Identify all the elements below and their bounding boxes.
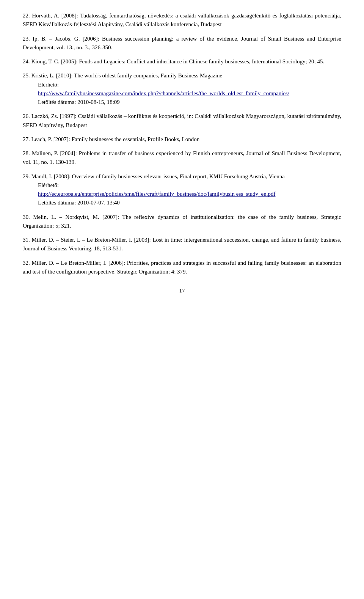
list-item: 27. Leach, P. [2007]: Family businesses … <box>23 135 341 144</box>
list-item: 25. Kristie, L. [2010]: The world's olde… <box>23 71 341 107</box>
ref-text: . <box>28 36 33 42</box>
ref-text: 27 <box>23 136 28 142</box>
ref-text: 25 <box>23 72 28 79</box>
page-container: 22. Horváth, A. [2008]: Tudatosság, fenn… <box>0 0 364 599</box>
ref-text: Kristie, L. [2010]: The world's oldest f… <box>31 72 223 79</box>
ref-link[interactable]: http://ec.europa.eu/enterprise/policies/… <box>38 191 276 197</box>
ref-text: . <box>28 173 31 179</box>
list-item: 28. Malinen, P. [2004]: Problems in tran… <box>23 149 341 167</box>
list-item: 26. Laczkó, Zs. [1997]: Családi vállalko… <box>23 112 341 130</box>
ref-text: 23 <box>23 36 28 42</box>
ref-text: . <box>28 113 31 119</box>
ref-text: . <box>28 214 33 220</box>
ref-text: 22 <box>23 13 28 19</box>
ref-text: . <box>28 13 32 19</box>
list-item: 22. Horváth, A. [2008]: Tudatosság, fenn… <box>23 11 341 29</box>
ref-text: 29 <box>23 173 28 179</box>
ref-text: Melin, L. – Nordqvist, M. [2007]: The re… <box>23 214 341 229</box>
list-item: 31. Miller, D. – Steier, L – Le Breton-M… <box>23 236 341 253</box>
ref-text: 31 <box>23 237 28 243</box>
list-item: 24. Kiong, T. C. [2005]: Feuds and Legac… <box>23 57 341 66</box>
list-item: 23. Ip, B. – Jacobs, G. [2006]: Business… <box>23 35 341 52</box>
ref-text: Kiong, T. C. [2005]: Feuds and Legacies:… <box>31 58 325 64</box>
ref-text: . <box>28 136 31 142</box>
page-number: 17 <box>23 288 341 294</box>
ref-text: Leach, P. [2007]: Family businesses the … <box>31 136 200 142</box>
letoltes-label: Letöltés dátuma: 2010-08-15, 18:09 <box>38 99 120 105</box>
ref-text: 30 <box>23 214 28 220</box>
ref-text: . <box>28 58 31 64</box>
list-item: 30. Melin, L. – Nordqvist, M. [2007]: Th… <box>23 213 341 231</box>
ref-text: Miller, D. – Le Breton-Miller, I. [2006]… <box>23 260 341 275</box>
elerheto-label: Elérhető: <box>38 82 59 88</box>
elerheto-label: Elérhető: <box>38 182 59 188</box>
ref-indent-block: Elérhető: http://ec.europa.eu/enterprise… <box>23 181 341 208</box>
ref-text: Malinen, P. [2004]: Problems in transfer… <box>23 150 341 165</box>
ref-text: Ip, B. – Jacobs, G. [2006]: Business suc… <box>23 36 341 50</box>
ref-text: 26 <box>23 113 28 119</box>
ref-indent-block: Elérhető: http://www.familybusinessmagaz… <box>23 80 341 107</box>
ref-link[interactable]: http://www.familybusinessmagazine.com/in… <box>38 90 289 96</box>
list-item: 32. Miller, D. – Le Breton-Miller, I. [2… <box>23 259 341 277</box>
references-list: 22. Horváth, A. [2008]: Tudatosság, fenn… <box>23 11 341 276</box>
ref-text: 32 <box>23 260 28 266</box>
ref-text: . <box>28 150 32 156</box>
ref-text: 28 <box>23 150 28 156</box>
ref-text: Miller, D. – Steier, L – Le Breton-Mille… <box>23 237 341 252</box>
letoltes-label: Letöltés dátuma: 2010-07-07, 13:40 <box>38 200 120 206</box>
ref-text: . <box>28 260 32 266</box>
ref-text: Laczkó, Zs. [1997]: Családi vállalkozás … <box>23 113 341 128</box>
list-item: 29. Mandl, I. [2008]: Overview of family… <box>23 172 341 208</box>
ref-text: . <box>28 72 31 79</box>
ref-text: Horváth, A. [2008]: Tudatosság, fenntart… <box>23 13 341 27</box>
ref-text: Mandl, I. [2008]: Overview of family bus… <box>31 173 285 179</box>
ref-text: 24 <box>23 58 28 64</box>
